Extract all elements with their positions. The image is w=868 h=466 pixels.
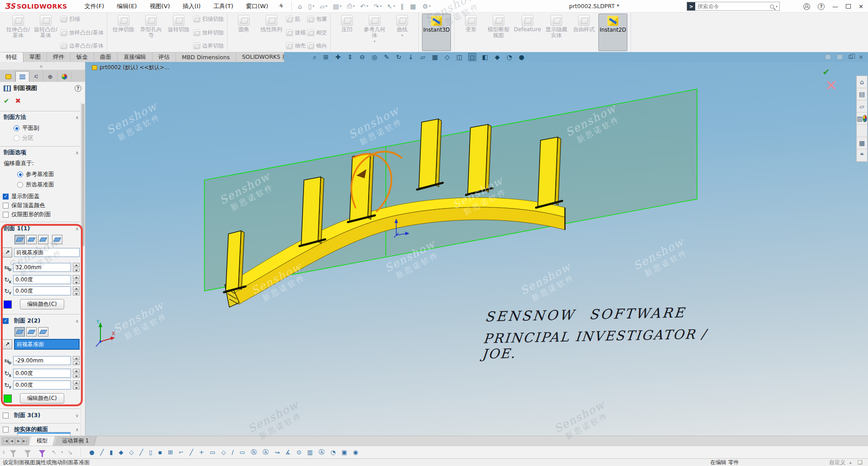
scrollbar-thumb[interactable] (81, 104, 85, 246)
search-caret-icon[interactable]: ▾ (776, 5, 778, 9)
stepper-up[interactable] (73, 286, 80, 290)
search-icon[interactable] (770, 5, 774, 9)
radio-reference-plane[interactable]: 参考基准面 (0, 171, 80, 178)
front-plane-button[interactable] (14, 235, 25, 244)
filter-weld-symbols-icon[interactable]: ∕ (232, 449, 233, 455)
tab-dimxpert-manager[interactable]: ⊕ (43, 71, 57, 82)
cancel-button[interactable]: ✖ (15, 97, 21, 105)
deform-button[interactable]: 变形 (458, 14, 484, 51)
save-icon[interactable]: ▤ ▾ (331, 2, 344, 11)
fillet-button[interactable]: 圆角 (231, 14, 257, 51)
radio-selected-icon[interactable] (14, 125, 19, 131)
viewport-split-icon[interactable] (825, 54, 831, 60)
command-tab[interactable]: 曲面 (94, 52, 118, 62)
boundary-cut-button[interactable]: 边界切除 (193, 42, 224, 50)
user-account-icon[interactable] (803, 3, 810, 10)
right-plane-button[interactable] (38, 235, 48, 244)
command-tab[interactable]: 评估 (152, 52, 176, 62)
wrap-button[interactable]: 包覆 (307, 15, 327, 23)
radio-zonal[interactable]: 分区 (0, 134, 80, 142)
pin-icon[interactable]: ⚑ (276, 2, 285, 10)
lofted-boss-button[interactable]: 放样凸台/基体 (60, 29, 104, 37)
radio-icon[interactable] (14, 135, 19, 141)
front-plane-button[interactable] (14, 327, 25, 337)
radio-selected-icon[interactable] (17, 171, 23, 177)
forum-icon[interactable]: ❝ (857, 149, 867, 162)
section1-color-swatch[interactable] (4, 300, 12, 309)
design-library-icon[interactable]: ▤ (857, 88, 867, 100)
shell-button[interactable]: 抽壳 (286, 42, 306, 50)
last-tab-button[interactable]: ▶❘ (22, 437, 28, 445)
print-icon[interactable]: ⎙ ▾ (345, 1, 357, 11)
new-file-icon[interactable]: ▯ ▾ (306, 2, 317, 11)
radio-selected-plane[interactable]: 所选基准面 (0, 181, 80, 189)
magnifying-glass-icon[interactable]: ◎ (371, 53, 378, 61)
filter-planes-icon[interactable]: ▯ (149, 449, 152, 455)
command-tab[interactable]: 特征 (0, 52, 24, 62)
home-icon[interactable]: ⌂ (295, 2, 305, 11)
indent-button[interactable]: 压凹 (334, 14, 360, 51)
toggle-filters-icon[interactable] (39, 450, 45, 454)
hidden-lines-visible-icon[interactable]: ◫ (455, 53, 463, 61)
extruded-boss-button[interactable]: 拉伸凸台/基体 (5, 14, 31, 51)
panel-scrollbar[interactable] (81, 102, 85, 436)
filter-faces-icon[interactable]: ▮ (109, 449, 113, 455)
filter-dowel-icon[interactable]: ◉ (353, 449, 358, 455)
revolved-boss-button[interactable]: 旋转凸台/基体 (33, 14, 59, 51)
home-icon[interactable]: ⌂ (857, 76, 867, 88)
filter-blocks-icon[interactable]: ▣ (342, 449, 347, 455)
menu-item[interactable]: 窗口(W) (241, 0, 274, 12)
tab-display-manager[interactable] (57, 71, 71, 82)
chevron-down-icon[interactable]: ∨ (76, 413, 79, 418)
custom-properties-icon[interactable]: ▦ (857, 137, 867, 149)
properties-icon[interactable]: ▦ (408, 2, 419, 11)
defeature-button[interactable]: Defeature (513, 14, 542, 51)
stepper-down[interactable] (73, 385, 80, 390)
mirror-button[interactable]: 镜向 (307, 42, 327, 50)
filter-target-icon[interactable]: ⊙ (296, 449, 301, 455)
chevron-up-icon[interactable]: ∧ (76, 226, 79, 231)
shaded-with-edges-icon[interactable]: ◧ (481, 53, 489, 61)
zoom-in-out-icon[interactable]: ⇕ (346, 53, 354, 61)
filter-welds-icon[interactable]: ↝ (275, 449, 280, 455)
viewport-grid-icon[interactable] (837, 54, 843, 60)
stepper-down[interactable] (73, 280, 80, 284)
filter-surface-finish-icon[interactable]: ◇ (221, 449, 226, 455)
filter-sketch-icon[interactable]: ⊞ (168, 449, 173, 455)
rotate-view-icon[interactable]: ↻ (395, 53, 403, 61)
menu-item[interactable]: 插入(I) (177, 0, 206, 12)
intersect-button[interactable]: 相交 (307, 29, 327, 37)
filter-vertices-icon[interactable]: ● (89, 449, 94, 455)
file-explorer-icon[interactable]: ▱ (857, 100, 867, 113)
normal-to-icon[interactable]: ↓ (407, 53, 414, 61)
checkbox-checked-icon[interactable] (3, 318, 9, 324)
next-tab-button[interactable]: ▶ (15, 437, 22, 445)
options-gear-icon[interactable]: ⚙ ▾ (420, 2, 433, 11)
reference-geometry-button[interactable]: 参考几何体▾ (361, 14, 388, 51)
zoom-to-fit-icon[interactable]: ⌕ (312, 53, 318, 61)
filter-axes-icon[interactable]: ╱ (140, 449, 143, 455)
toolbar-drag-handle[interactable]: ⁞⁞ (3, 450, 4, 455)
reference-arrow-icon[interactable]: ↗ (2, 247, 12, 257)
extruded-cut-button[interactable]: 拉伸切除 (110, 14, 137, 51)
filter-clock-icon[interactable]: ◔ (331, 449, 336, 455)
stepper-down[interactable] (73, 361, 80, 365)
filter-center-marks-icon[interactable]: + (199, 449, 204, 455)
filter-geometric-tolerance-icon[interactable]: ▭ (240, 449, 245, 455)
section1-rotx-field[interactable]: 0.00度 (13, 275, 71, 284)
minimize-button[interactable]: — (832, 3, 838, 10)
stepper-down[interactable] (73, 374, 80, 378)
search-input[interactable]: 搜索命令 (695, 3, 770, 10)
custom-dropdown[interactable]: 自定义 (829, 459, 845, 466)
undo-icon[interactable]: ↶ ▾ (358, 2, 370, 11)
section2-header[interactable]: 剖面 2(2) ∧ (0, 317, 80, 325)
view-orientation-icon[interactable]: ▦ (431, 53, 439, 61)
checkbox-icon[interactable] (3, 427, 9, 433)
confirm-ok-icon[interactable]: ✔ (822, 67, 830, 77)
filter-solid-bodies-icon[interactable]: ◇ (129, 449, 134, 455)
panel-help-icon[interactable]: ? (75, 85, 81, 92)
chevron-up-icon[interactable]: ∧ (76, 427, 79, 432)
radio-icon[interactable] (17, 182, 23, 188)
section2-rotx-field[interactable]: 0.00度 (13, 369, 71, 378)
draft-analysis-icon[interactable]: ✎ (383, 53, 390, 61)
